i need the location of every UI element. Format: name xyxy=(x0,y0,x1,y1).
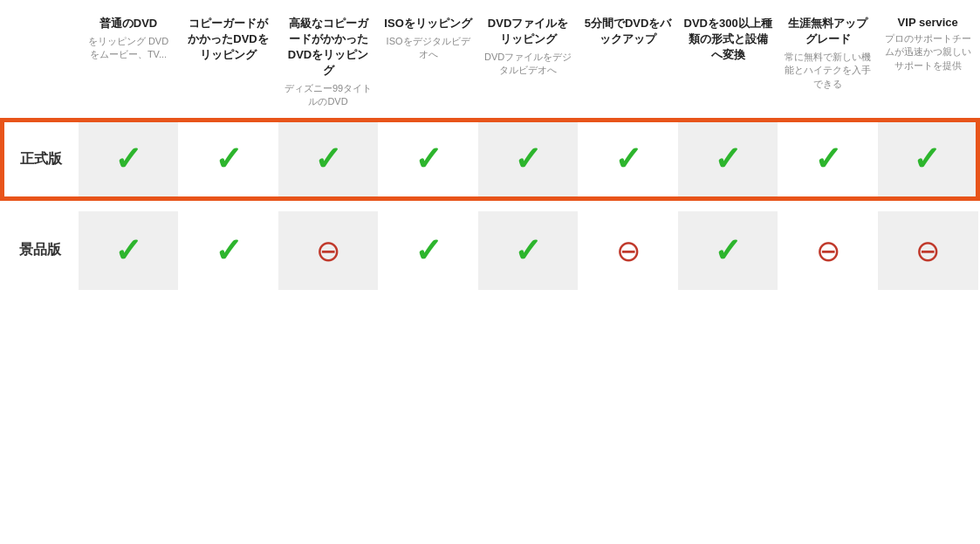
check-icon: ✓ xyxy=(114,141,142,177)
cell-row-official-col-vip: ✓ xyxy=(878,120,978,198)
minus-icon: ⊖ xyxy=(616,234,641,267)
cell-row-official-col-5min: ✓ xyxy=(578,120,678,198)
header-row: 普通のDVDをリッピング DVDをムービー、TV...コピーガードがかかったDV… xyxy=(3,9,978,120)
check-icon: ✓ xyxy=(514,232,542,269)
cell-row-official-col-iso: ✓ xyxy=(378,120,478,198)
cell-row-official-col-copy-guard: ✓ xyxy=(178,120,278,198)
cell-row-official-col-upgrade: ✓ xyxy=(778,120,878,198)
column-header-col-normal-dvd: 普通のDVDをリッピング DVDをムービー、TV... xyxy=(79,9,179,120)
cell-row-free-col-upgrade: ⊖ xyxy=(778,211,878,290)
row-label-header xyxy=(3,9,79,120)
check-icon: ✓ xyxy=(614,141,642,177)
cell-row-official-col-300: ✓ xyxy=(678,120,778,198)
data-row-row-free: 景品版✓✓⊖✓✓⊖✓⊖⊖ xyxy=(3,211,978,290)
column-header-col-upgrade: 生涯無料アップグレード常に無料で新しい機能とハイテクを入手できる xyxy=(778,9,878,120)
row-label-row-official: 正式版 xyxy=(3,120,79,198)
check-icon: ✓ xyxy=(415,232,442,269)
check-icon: ✓ xyxy=(114,232,142,269)
cell-row-free-col-normal-dvd: ✓ xyxy=(79,211,179,290)
column-header-col-copy-guard: コピーガードがかかったDVDをリッピング xyxy=(178,9,278,120)
cell-row-free-col-advanced-copy: ⊖ xyxy=(278,211,379,290)
check-icon: ✓ xyxy=(714,141,742,177)
row-label-row-free: 景品版 xyxy=(3,211,79,290)
cell-row-official-col-advanced-copy: ✓ xyxy=(278,120,379,198)
comparison-container: 普通のDVDをリッピング DVDをムービー、TV...コピーガードがかかったDV… xyxy=(0,0,980,290)
cell-row-free-col-vip: ⊖ xyxy=(878,211,978,290)
column-header-col-5min: 5分間でDVDをバックアップ xyxy=(578,9,678,120)
check-icon: ✓ xyxy=(314,141,342,177)
cell-row-official-col-dvd-file: ✓ xyxy=(478,120,579,198)
check-icon: ✓ xyxy=(814,141,842,177)
column-header-col-dvd-file: DVDファイルをリッピングDVDファイルをデジタルビデオへ xyxy=(478,9,579,120)
feature-table: 普通のDVDをリッピング DVDをムービー、TV...コピーガードがかかったDV… xyxy=(0,9,980,290)
cell-row-free-col-dvd-file: ✓ xyxy=(478,211,579,290)
data-row-row-official: 正式版✓✓✓✓✓✓✓✓✓ xyxy=(3,120,978,198)
check-icon: ✓ xyxy=(514,141,542,177)
cell-row-official-col-normal-dvd: ✓ xyxy=(79,120,179,198)
column-header-col-300: DVDを300以上種類の形式と設備へ変換 xyxy=(678,9,778,120)
cell-row-free-col-iso: ✓ xyxy=(378,211,478,290)
column-header-col-advanced-copy: 高級なコピーガードがかかったDVDをリッピングディズニー99タイトルのDVD xyxy=(278,9,379,120)
cell-row-free-col-5min: ⊖ xyxy=(578,211,678,290)
column-header-col-iso: ISOをリッピングISOをデジタルビデオへ xyxy=(378,9,478,120)
minus-icon: ⊖ xyxy=(915,234,940,267)
cell-row-free-col-300: ✓ xyxy=(678,211,778,290)
column-header-col-vip: VIP serviceプロのサポートチームが迅速かつ親しいサポートを提供 xyxy=(878,9,978,120)
minus-icon: ⊖ xyxy=(316,234,340,267)
cell-row-free-col-copy-guard: ✓ xyxy=(178,211,278,290)
check-icon: ✓ xyxy=(714,232,742,269)
check-icon: ✓ xyxy=(215,232,243,269)
check-icon: ✓ xyxy=(415,141,442,177)
minus-icon: ⊖ xyxy=(816,234,840,267)
check-icon: ✓ xyxy=(913,141,941,177)
check-icon: ✓ xyxy=(215,141,243,177)
separator-row xyxy=(3,198,978,211)
